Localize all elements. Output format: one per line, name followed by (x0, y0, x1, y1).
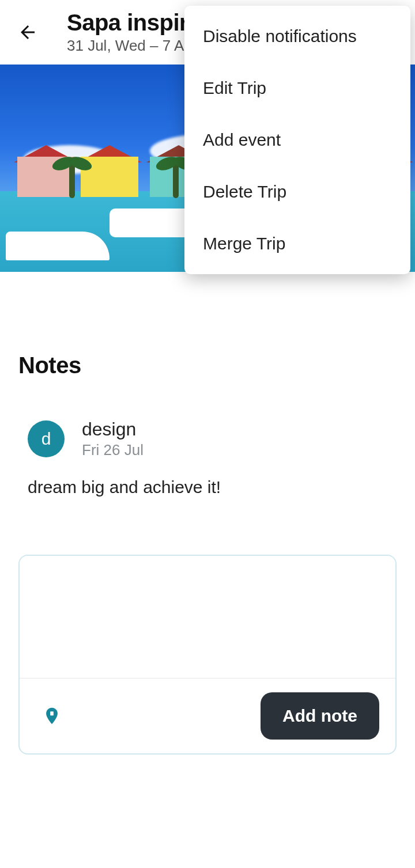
note-actions: Add note (20, 678, 395, 753)
svg-rect-0 (50, 711, 54, 715)
avatar: d (28, 420, 65, 457)
note-input[interactable] (20, 556, 395, 676)
note-meta: design Fri 26 Jul (82, 419, 144, 459)
menu-item-edit-trip[interactable]: Edit Trip (184, 62, 410, 114)
note-item: d design Fri 26 Jul dream big and achiev… (18, 419, 397, 532)
notes-heading: Notes (18, 352, 397, 378)
note-body: dream big and achieve it! (28, 477, 387, 497)
menu-item-add-event[interactable]: Add event (184, 114, 410, 166)
menu-item-merge-trip[interactable]: Merge Trip (184, 218, 410, 270)
menu-item-disable-notifications[interactable]: Disable notifications (184, 10, 410, 62)
notes-section: Notes d design Fri 26 Jul dream big and … (0, 352, 415, 755)
overflow-menu: Disable notifications Edit Trip Add even… (184, 6, 410, 274)
menu-item-delete-trip[interactable]: Delete Trip (184, 166, 410, 218)
arrow-left-icon (17, 22, 38, 43)
note-header: d design Fri 26 Jul (28, 419, 387, 459)
add-note-button[interactable]: Add note (261, 692, 379, 740)
note-compose-card: Add note (18, 555, 397, 755)
location-pin-icon[interactable] (40, 702, 63, 730)
note-date: Fri 26 Jul (82, 441, 144, 459)
note-author: design (82, 419, 144, 440)
back-button[interactable] (12, 16, 44, 48)
